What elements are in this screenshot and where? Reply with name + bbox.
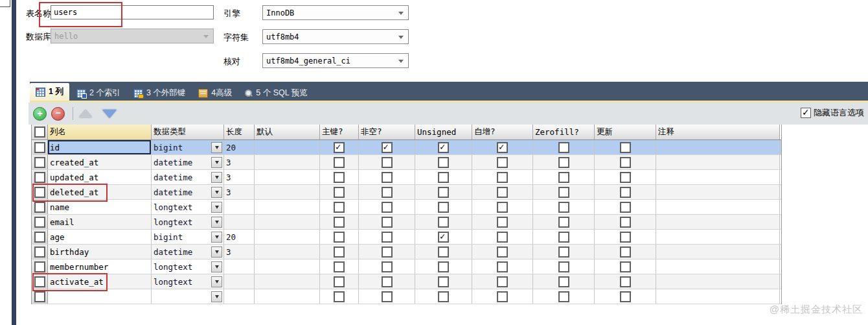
table-name-input[interactable] bbox=[51, 5, 214, 19]
cell-data-type[interactable]: datetime bbox=[152, 170, 224, 184]
cell-default[interactable] bbox=[255, 215, 320, 229]
table-row[interactable] bbox=[32, 289, 781, 304]
cell-length[interactable] bbox=[224, 200, 255, 214]
cell-data-type[interactable]: datetime bbox=[152, 185, 224, 199]
checkbox-up[interactable] bbox=[620, 276, 631, 287]
checkbox-zf[interactable] bbox=[558, 247, 569, 258]
cell-length[interactable]: 3 bbox=[224, 170, 255, 184]
data-type-dropdown-button[interactable] bbox=[211, 276, 222, 287]
checkbox-nn[interactable] bbox=[382, 291, 393, 302]
table-row[interactable]: membernumberlongtext bbox=[32, 259, 781, 274]
cell-column-name[interactable]: membernumber bbox=[48, 259, 152, 274]
checkbox-ai[interactable] bbox=[497, 217, 508, 228]
checkbox-up[interactable] bbox=[620, 247, 631, 258]
cell-data-type[interactable]: bigint bbox=[152, 140, 224, 154]
cell-comment[interactable] bbox=[656, 230, 780, 244]
data-type-dropdown-button[interactable] bbox=[211, 157, 222, 168]
checkbox-un[interactable] bbox=[438, 261, 449, 272]
checkbox-ai[interactable] bbox=[497, 142, 508, 153]
cell-column-name[interactable]: email bbox=[48, 215, 152, 229]
data-type-dropdown-button[interactable] bbox=[211, 261, 222, 272]
header-select-checkbox[interactable] bbox=[34, 126, 45, 138]
cell-default[interactable] bbox=[255, 230, 320, 244]
checkbox-ai[interactable] bbox=[497, 232, 508, 243]
charset-select[interactable]: utf8mb4 bbox=[262, 29, 409, 44]
row-select-checkbox[interactable] bbox=[34, 291, 45, 302]
checkbox-nn[interactable] bbox=[382, 172, 393, 183]
checkbox-un[interactable] bbox=[438, 202, 449, 213]
row-select-checkbox[interactable] bbox=[34, 247, 45, 258]
checkbox-zf[interactable] bbox=[558, 157, 569, 168]
left-splitter-bar[interactable] bbox=[12, 0, 16, 325]
cell-comment[interactable] bbox=[656, 245, 780, 259]
cell-length[interactable] bbox=[224, 259, 255, 274]
row-select-checkbox[interactable] bbox=[34, 202, 45, 213]
tab-sql[interactable]: 5 个 SQL 预览 bbox=[239, 86, 313, 101]
checkbox-un[interactable] bbox=[438, 232, 449, 243]
checkbox-nn[interactable] bbox=[382, 157, 393, 168]
checkbox-pk[interactable] bbox=[334, 217, 345, 228]
add-column-button[interactable] bbox=[33, 107, 47, 121]
cell-column-name[interactable]: activate_at bbox=[48, 274, 152, 289]
cell-data-type[interactable]: longtext bbox=[152, 274, 224, 289]
cell-comment[interactable] bbox=[656, 215, 780, 229]
row-select-checkbox[interactable] bbox=[34, 276, 45, 287]
checkbox-up[interactable] bbox=[620, 202, 631, 213]
checkbox-nn[interactable] bbox=[382, 276, 393, 287]
cell-data-type[interactable]: datetime bbox=[152, 245, 224, 259]
checkbox-zf[interactable] bbox=[558, 276, 569, 287]
checkbox-un[interactable] bbox=[438, 187, 449, 198]
data-type-dropdown-button[interactable] bbox=[211, 187, 222, 198]
cell-column-name[interactable]: updated_at bbox=[48, 170, 152, 184]
checkbox-up[interactable] bbox=[620, 291, 631, 302]
cell-column-name[interactable] bbox=[48, 289, 152, 304]
cell-column-name[interactable]: name bbox=[48, 200, 152, 214]
checkbox-pk[interactable] bbox=[334, 187, 345, 198]
row-select-checkbox[interactable] bbox=[34, 217, 45, 228]
cell-column-name[interactable]: created_at bbox=[48, 155, 152, 169]
checkbox-ai[interactable] bbox=[497, 247, 508, 258]
row-select-checkbox[interactable] bbox=[34, 232, 45, 243]
checkbox-up[interactable] bbox=[620, 142, 631, 153]
table-row[interactable]: namelongtext bbox=[32, 200, 781, 215]
data-type-dropdown-button[interactable] bbox=[211, 172, 222, 183]
checkbox-ai[interactable] bbox=[497, 261, 508, 272]
checkbox-nn[interactable] bbox=[382, 261, 393, 272]
hide-language-checkbox[interactable] bbox=[801, 108, 811, 118]
checkbox-un[interactable] bbox=[438, 291, 449, 302]
checkbox-up[interactable] bbox=[620, 157, 631, 168]
table-row[interactable]: updated_atdatetime3 bbox=[32, 170, 781, 185]
move-down-button[interactable] bbox=[102, 110, 117, 118]
cell-comment[interactable] bbox=[656, 289, 780, 304]
checkbox-zf[interactable] bbox=[558, 142, 569, 153]
cell-length[interactable]: 20 bbox=[224, 140, 255, 154]
checkbox-ai[interactable] bbox=[497, 202, 508, 213]
checkbox-nn[interactable] bbox=[382, 202, 393, 213]
tab-foreign[interactable]: 3 个外部键 bbox=[128, 86, 191, 101]
table-row[interactable]: emaillongtext bbox=[32, 215, 781, 230]
row-select-checkbox[interactable] bbox=[34, 261, 45, 272]
checkbox-ai[interactable] bbox=[497, 187, 508, 198]
checkbox-pk[interactable] bbox=[334, 276, 345, 287]
cell-default[interactable] bbox=[255, 274, 320, 289]
move-up-button[interactable] bbox=[79, 110, 92, 117]
table-row[interactable]: agebigint20 bbox=[32, 230, 781, 245]
collation-select[interactable]: utf8mb4_general_ci bbox=[262, 53, 409, 68]
cell-default[interactable] bbox=[255, 259, 320, 274]
cell-default[interactable] bbox=[255, 200, 320, 214]
cell-default[interactable] bbox=[255, 185, 320, 199]
cell-default[interactable] bbox=[255, 289, 320, 304]
cell-comment[interactable] bbox=[656, 200, 780, 214]
checkbox-nn[interactable] bbox=[382, 142, 393, 153]
table-row[interactable]: created_atdatetime3 bbox=[32, 155, 781, 170]
checkbox-zf[interactable] bbox=[558, 232, 569, 243]
data-type-dropdown-button[interactable] bbox=[211, 202, 222, 213]
cell-comment[interactable] bbox=[656, 155, 780, 169]
cell-default[interactable] bbox=[255, 170, 320, 184]
cell-length[interactable] bbox=[224, 274, 255, 289]
checkbox-nn[interactable] bbox=[382, 187, 393, 198]
data-type-dropdown-button[interactable] bbox=[211, 142, 222, 153]
checkbox-un[interactable] bbox=[438, 172, 449, 183]
checkbox-zf[interactable] bbox=[558, 291, 569, 302]
checkbox-up[interactable] bbox=[620, 232, 631, 243]
